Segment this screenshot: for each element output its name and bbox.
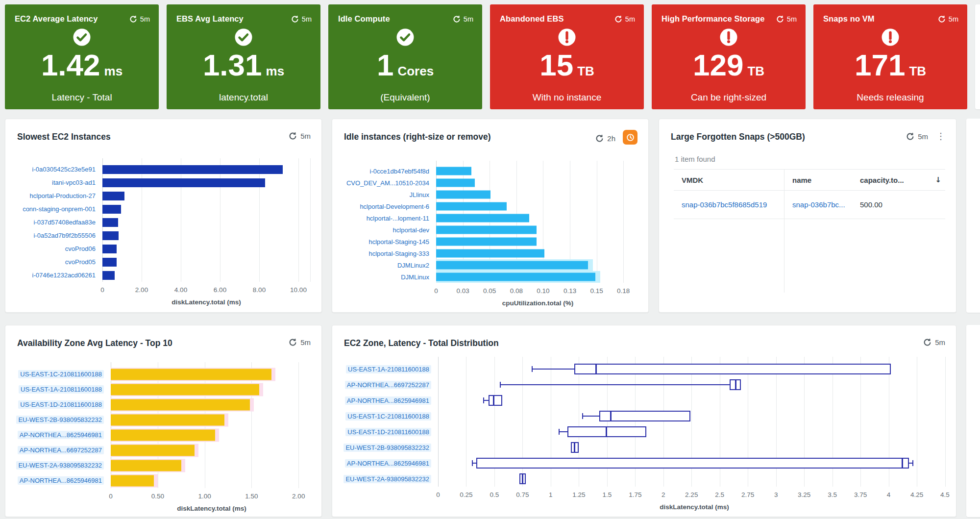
bar[interactable] (436, 191, 490, 199)
refresh-icon[interactable] (595, 134, 604, 143)
bar[interactable] (111, 475, 154, 486)
kpi-card[interactable]: Abandoned EBS5m15TBWith no instance (490, 4, 644, 109)
category-label[interactable]: itani-vpc03-ad1 (5, 179, 102, 186)
category-label[interactable]: cvoProd05 (5, 258, 102, 266)
category-label[interactable]: AP-NORTHEA...6697252287 (332, 381, 438, 389)
box[interactable] (599, 411, 690, 421)
category-label[interactable]: hclportal-Staging-145 (332, 238, 436, 246)
refresh-control[interactable]: 5m (776, 15, 797, 23)
bar[interactable] (111, 384, 259, 395)
category-label[interactable]: EU-WEST-2B-938095832232 (5, 416, 111, 424)
category-label[interactable]: DJMLinux (332, 273, 436, 281)
bar[interactable] (111, 429, 215, 441)
bar[interactable] (436, 167, 471, 175)
refresh-icon[interactable] (923, 338, 931, 346)
category-label[interactable]: i-037d57408edfaa83e (5, 219, 102, 226)
name-link[interactable]: snap-036b7bc... (792, 200, 845, 209)
kpi-title: EC2 Average Latency (15, 14, 98, 24)
bar[interactable] (111, 445, 195, 456)
category-label[interactable]: i-0746e1232acd06261 (5, 272, 102, 279)
category-label[interactable]: EU-WEST-2B-938095832232 (332, 444, 438, 452)
bar[interactable] (102, 231, 119, 240)
bar[interactable] (111, 460, 181, 471)
alert-circle-icon (813, 27, 967, 47)
kpi-card[interactable]: Idle Compute5m1Cores(Equivalent) (328, 4, 482, 109)
category-label[interactable]: EU-WEST-2A-938095832232 (5, 461, 111, 470)
category-label[interactable]: AP-NORTHEA...8625946981 (5, 431, 111, 439)
category-label[interactable]: US-EAST-1D-210811600188 (332, 428, 438, 436)
kpi-card[interactable]: EBS Avg Latency5m1.31mslatency.total (167, 4, 320, 109)
bar[interactable] (102, 178, 265, 187)
refresh-icon[interactable] (906, 132, 914, 141)
category-label[interactable]: JLlinux (332, 191, 436, 198)
category-label[interactable]: hclportal-Production-27 (5, 192, 102, 199)
bar[interactable] (111, 369, 271, 380)
chart-row: i-0cce1db47ebf54f8d (332, 165, 648, 177)
category-label[interactable]: i-0a0305425c23e5e91 (5, 166, 102, 173)
bar[interactable] (102, 192, 124, 200)
vmdk-link[interactable]: snap-036b7bc5f8685d519 (682, 200, 767, 209)
category-label[interactable]: DJMLinux2 (332, 262, 436, 269)
category-label[interactable]: hclportal-Development-6 (332, 203, 436, 210)
refresh-icon[interactable] (289, 338, 297, 346)
category-label[interactable]: i-0a52ad7b9f2b55506 (5, 232, 102, 239)
refresh-control[interactable]: 5m (291, 15, 312, 23)
category-label[interactable]: i-0cce1db47ebf54f8d (332, 168, 436, 175)
kpi-card[interactable]: High Performance Storage5m129TBCan be ri… (652, 4, 806, 109)
category-label[interactable]: US-EAST-1D-210811600188 (5, 400, 111, 409)
refresh-control[interactable]: 5m (129, 15, 150, 23)
bar[interactable] (436, 249, 544, 258)
x-axis: 00.030.050.080.100.130.150.18 (436, 287, 639, 296)
category-label[interactable]: CVO_DEV_AM...10510-2034 (332, 179, 436, 187)
category-label[interactable]: US-EAST-1C-210811600188 (332, 412, 438, 420)
chart-row: US-EAST-1A-210811600188 (332, 361, 956, 377)
bar[interactable] (102, 258, 117, 267)
bar[interactable] (436, 202, 507, 211)
bar[interactable] (436, 261, 588, 270)
refresh-control[interactable]: 5m (614, 15, 635, 23)
stale-data-clock-badge[interactable] (623, 130, 637, 145)
kpi-card[interactable]: EC2 Average Latency5m1.42msLatency - Tot… (5, 4, 159, 109)
bar[interactable] (102, 271, 115, 280)
refresh-control[interactable]: 5m (938, 15, 958, 23)
column-header-vmdk[interactable]: VMDK (674, 170, 784, 190)
empty-cell (784, 219, 858, 293)
box[interactable] (476, 458, 909, 469)
chart-row: DJMLinux (332, 271, 648, 283)
box[interactable] (489, 395, 502, 406)
box[interactable] (574, 364, 891, 374)
whisker-cap-min (472, 460, 473, 466)
category-label[interactable]: hclportal-Staging-333 (332, 250, 436, 257)
category-label[interactable]: cvoProd06 (5, 245, 102, 252)
bar[interactable] (102, 245, 117, 253)
category-label[interactable]: AP-NORTHEA...8625946981 (332, 396, 438, 405)
column-header-capacity[interactable]: capacity.to...↓ (858, 170, 945, 190)
category-label[interactable]: AP-NORTHEA...6697252287 (5, 446, 111, 454)
refresh-control[interactable]: 5m (453, 15, 473, 23)
category-label[interactable]: US-EAST-1A-210811600188 (5, 385, 111, 394)
bar[interactable] (436, 238, 537, 246)
category-label[interactable]: hclportal-...lopment-11 (332, 215, 436, 222)
bar[interactable] (436, 273, 595, 281)
kebab-menu-icon[interactable]: ⋮ (936, 132, 945, 141)
column-header-name[interactable]: name (784, 170, 858, 190)
bar[interactable] (111, 414, 224, 425)
kpi-card[interactable]: Snaps no VM5m171TBNeeds releasing (813, 4, 967, 109)
category-label[interactable]: US-EAST-1C-210811600188 (5, 370, 111, 378)
category-label[interactable]: AP-NORTHEA...8625946981 (332, 459, 438, 468)
bar[interactable] (436, 214, 529, 222)
bar[interactable] (436, 179, 475, 187)
category-label[interactable]: EU-WEST-2A-938095832232 (332, 475, 438, 483)
category-label[interactable]: US-EAST-1A-210811600188 (332, 365, 438, 373)
refresh-icon[interactable] (289, 132, 297, 140)
bar[interactable] (111, 399, 250, 410)
bar[interactable] (436, 226, 537, 234)
category-label[interactable]: AP-NORTHEA...8625946981 (5, 476, 111, 485)
bar[interactable] (102, 218, 118, 227)
category-label[interactable]: conn-staging-onprem-001 (5, 205, 102, 213)
bar[interactable] (102, 165, 283, 174)
bar[interactable] (102, 205, 121, 214)
sort-descending-icon[interactable]: ↓ (935, 175, 941, 184)
category-label[interactable]: hclportal-dev (332, 226, 436, 234)
box[interactable] (567, 426, 646, 437)
